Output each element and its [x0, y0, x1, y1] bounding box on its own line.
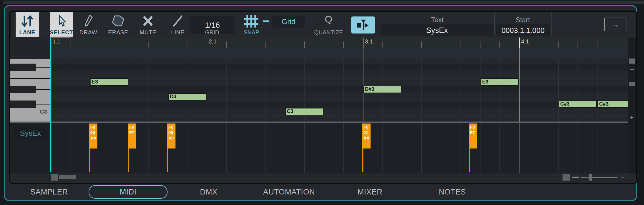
- midi-note[interactable]: D3: [168, 93, 206, 101]
- piano-black-key[interactable]: [10, 101, 36, 108]
- pencil-icon: [82, 14, 95, 28]
- right-arrow-icon: →: [611, 20, 620, 29]
- select-tool-button[interactable]: SELECT: [50, 12, 73, 37]
- key-divider: [36, 89, 51, 90]
- select-tool-label: SELECT: [50, 29, 73, 36]
- sysex-event[interactable]: F000AA: [89, 124, 97, 148]
- vertical-zoom-in-icon[interactable]: +: [630, 114, 634, 121]
- loop-marker[interactable]: [51, 36, 71, 37]
- lane-grid-line: [246, 123, 246, 173]
- lane-grid-line: [441, 123, 441, 173]
- midi-note[interactable]: C#3: [559, 101, 597, 108]
- piano-key-row-E3[interactable]: [10, 78, 51, 86]
- tab-notes[interactable]: NOTES: [431, 184, 474, 200]
- key-label-c3: C3: [40, 108, 47, 115]
- midi-note[interactable]: C3: [285, 108, 323, 115]
- piano-key-row-F3[interactable]: [10, 71, 51, 78]
- tab-sampler[interactable]: SAMPLER: [22, 184, 76, 200]
- sysex-event[interactable]: F000A0: [167, 124, 175, 148]
- midi-note[interactable]: E3: [480, 78, 519, 86]
- vertical-zoom-out-icon[interactable]: [630, 69, 634, 70]
- lane-grid-line: [148, 123, 149, 173]
- draw-tool-button[interactable]: DRAW: [77, 12, 100, 37]
- vertical-zoom-handle[interactable]: [629, 82, 635, 86]
- snap-grid-icon[interactable]: [244, 15, 258, 29]
- horizontal-zoom-track[interactable]: [581, 177, 618, 178]
- key-divider: [36, 104, 51, 104]
- erase-tool-label: ERASE: [108, 29, 128, 36]
- grid-section-label: GRID: [195, 29, 229, 36]
- start-field-input[interactable]: 0003.1.1.000: [496, 24, 550, 36]
- start-field-label: Start: [494, 16, 551, 24]
- tab-midi-label: MIDI: [120, 188, 137, 196]
- sysex-byte: 00: [90, 130, 97, 135]
- vertical-zoom-track[interactable]: [632, 74, 632, 116]
- horizontal-zoom-in-icon[interactable]: +: [621, 173, 625, 181]
- lane-grid-line: [285, 123, 285, 173]
- lane-grid-line: [402, 123, 402, 173]
- toolbar-separator: [378, 12, 378, 35]
- sysex-event-stem: [362, 148, 363, 172]
- sysex-byte: F0: [168, 124, 175, 130]
- follow-arrow-button[interactable]: →: [604, 18, 626, 31]
- lane-grid-line: [499, 123, 500, 173]
- snap-mode-value: Grid: [281, 17, 295, 26]
- mute-tool-label: MUTE: [140, 29, 156, 36]
- tab-notes-label: NOTES: [439, 188, 466, 196]
- snap-dash-icon: [263, 20, 269, 22]
- erase-tool-button[interactable]: ERASE: [106, 12, 130, 37]
- vertical-scrollbar-handle[interactable]: [629, 58, 635, 64]
- lane-grid-line: [461, 123, 461, 173]
- midi-note[interactable]: E3: [90, 78, 128, 86]
- midi-note[interactable]: D#3: [363, 86, 402, 93]
- vertical-scroll-gutter: +: [628, 37, 636, 173]
- grid-value: 1/16: [205, 21, 220, 30]
- piano-key-row-D3[interactable]: [10, 93, 51, 101]
- sysex-event[interactable]: F0F7: [469, 124, 477, 148]
- tab-mixer[interactable]: MIXER: [349, 184, 391, 200]
- horizontal-zoom-out-icon[interactable]: [572, 177, 579, 178]
- lane-grid-line: [226, 123, 227, 173]
- piano-black-key[interactable]: [10, 64, 36, 71]
- piano-key-row-G3[interactable]: [10, 59, 51, 64]
- text-field-input[interactable]: SysEx: [380, 24, 494, 36]
- tab-dmx[interactable]: DMX: [187, 184, 230, 200]
- horizontal-zoom-handle[interactable]: [589, 174, 592, 181]
- lane-grid-line: [343, 123, 344, 173]
- quantize-section-label: QUANTIZE: [311, 29, 346, 36]
- tab-sampler-label: SAMPLER: [30, 188, 68, 196]
- sysex-byte: F0: [470, 124, 477, 130]
- sysex-lane-label[interactable]: SysEx: [14, 126, 47, 140]
- sysex-event[interactable]: F0F7: [128, 124, 136, 148]
- piano-black-key[interactable]: [10, 86, 36, 93]
- mute-tool-button[interactable]: MUTE: [136, 12, 160, 37]
- tab-midi[interactable]: MIDI: [89, 185, 168, 199]
- horizontal-zoom-corner[interactable]: [563, 174, 570, 181]
- lane-grid-line: [70, 123, 70, 173]
- horizontal-scrollbar-corner[interactable]: [51, 174, 58, 181]
- sysex-byte: F0: [90, 124, 97, 130]
- sysex-lane[interactable]: F000AAF0F7F000A0F001AAF0F7: [51, 123, 628, 173]
- midi-note[interactable]: C#3: [597, 101, 628, 108]
- playhead[interactable]: [50, 37, 51, 172]
- tab-automation[interactable]: AUTOMATION: [256, 184, 322, 200]
- lane-grid-line: [382, 123, 383, 173]
- piano-key-row-B2[interactable]: [10, 115, 51, 122]
- midi-editor-window: LANE SELECT DRAW ERASE: [0, 0, 644, 205]
- quantize-q-icon[interactable]: Q: [320, 14, 337, 25]
- lane-tool-button[interactable]: LANE: [16, 12, 39, 37]
- horizontal-scrollbar-handle[interactable]: [59, 175, 76, 179]
- sysex-event[interactable]: F001AA: [362, 124, 371, 148]
- snap-mode-button[interactable]: Grid: [272, 16, 305, 28]
- text-field-label: Text: [409, 16, 466, 24]
- piano-keyboard[interactable]: C3: [10, 37, 51, 122]
- line-tool-label: LINE: [171, 29, 184, 36]
- lane-measure-line: [519, 123, 520, 173]
- lane-tool-label: LANE: [19, 29, 35, 36]
- nudge-to-playhead-button[interactable]: [351, 16, 375, 34]
- line-icon: [172, 14, 184, 28]
- lane-grid-line: [265, 123, 265, 173]
- sysex-event-stem: [167, 148, 168, 172]
- line-tool-button[interactable]: LINE: [166, 12, 189, 37]
- tab-mixer-label: MIXER: [357, 188, 382, 196]
